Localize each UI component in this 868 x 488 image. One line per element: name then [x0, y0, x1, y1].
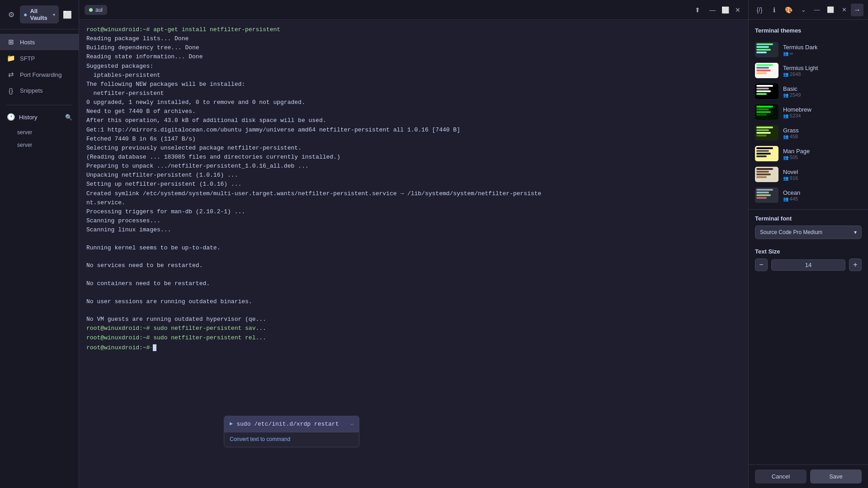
hosts-icon: ⊞: [6, 38, 15, 46]
themes-section: Terminal themes Termius Dark ∞: [749, 20, 868, 209]
preview-line: [756, 70, 771, 71]
autocomplete-popup: ▶ sudo /etc/init.d/xrdp restart ↵ Conver…: [224, 416, 359, 448]
terminal-line: Get:1 http://mirrors.digitalocean.com/ub…: [86, 126, 741, 135]
theme-preview: [755, 125, 778, 141]
sidebar-item-sftp[interactable]: 📁 SFTP: [0, 50, 79, 66]
palette-icon[interactable]: 🎨: [782, 4, 795, 16]
preview-line: [756, 46, 769, 48]
vault-selector[interactable]: ● All Vaults ▾: [20, 5, 59, 23]
theme-item-novel[interactable]: Novel 916: [755, 164, 862, 185]
theme-preview: [755, 104, 778, 120]
autocomplete-item[interactable]: ▶ sudo /etc/init.d/xrdp restart ↵: [224, 416, 359, 432]
terminal-line: Selecting previously unselected package …: [86, 144, 741, 153]
theme-preview-inner: [755, 167, 778, 182]
maximize-button[interactable]: ⬜: [720, 5, 730, 15]
terminal-line: 0 upgraded, 1 newly installed, 0 to remo…: [86, 98, 741, 107]
terminal-line: No containers need to be restarted.: [86, 279, 741, 288]
vault-name: All Vaults: [30, 8, 50, 21]
terminal-line: root@winuxdroid:~# sudo netfilter-persis…: [86, 333, 741, 343]
prompt-text: root@winuxdroid:~#: [86, 343, 150, 352]
history-item[interactable]: server: [0, 126, 79, 139]
terminal-line: Scanning linux images...: [86, 225, 741, 235]
chevron-down-icon[interactable]: ⌄: [798, 5, 808, 15]
terminal-line: Reading package lists... Done: [86, 34, 741, 43]
main-terminal-area: aul ⬆ — ⬜ ✕ root@winuxdroid:~# apt-get i…: [79, 0, 748, 488]
terminal-header: aul ⬆ — ⬜ ✕: [79, 0, 748, 20]
nav-section: ⊞ Hosts 📁 SFTP ⇄ Port Forwarding {} Snip…: [0, 29, 79, 103]
increment-size-button[interactable]: +: [849, 258, 862, 271]
theme-count: 445: [783, 196, 862, 202]
minimize-panel-button[interactable]: —: [812, 5, 822, 15]
theme-item-basic[interactable]: Basic 2549: [755, 81, 862, 102]
close-panel-button[interactable]: ✕: [839, 5, 849, 15]
preview-line: [756, 189, 773, 191]
close-button[interactable]: ✕: [733, 5, 743, 15]
search-icon[interactable]: 🔍: [65, 114, 72, 121]
gear-icon[interactable]: ⚙: [6, 9, 16, 19]
window-controls: — ⬜ ✕: [708, 5, 743, 15]
theme-name: Man Page: [783, 148, 862, 155]
terminal-line: No VM guests are running outdated hyperv…: [86, 315, 741, 324]
preview-line: [756, 197, 767, 199]
text-size-title: Text Size: [755, 248, 862, 255]
preview-line: [756, 147, 773, 149]
preview-line: [756, 67, 769, 69]
history-item[interactable]: server: [0, 139, 79, 151]
info-icon[interactable]: ℹ: [768, 4, 780, 16]
sidebar-item-snippets[interactable]: {} Snippets: [0, 83, 79, 99]
theme-item-termius-light[interactable]: Termius Light 2648: [755, 60, 862, 81]
theme-item-ocean[interactable]: Ocean 445: [755, 185, 862, 206]
cancel-button[interactable]: Cancel: [755, 469, 807, 483]
theme-info: Grass 458: [783, 127, 862, 139]
terminal-input[interactable]: [150, 347, 152, 348]
share-icon[interactable]: ⬆: [691, 4, 704, 16]
terminal-content[interactable]: root@winuxdroid:~# apt-get install netfi…: [79, 20, 748, 488]
sftp-icon: 📁: [6, 54, 15, 62]
terminal-tab[interactable]: aul: [85, 5, 107, 15]
preview-line: [756, 108, 769, 110]
theme-item-homebrew[interactable]: Homebrew 5234: [755, 102, 862, 122]
theme-preview: [755, 188, 778, 203]
history-label: History: [19, 114, 61, 121]
theme-name: Termius Dark: [783, 44, 862, 51]
theme-info: Termius Light 2648: [783, 65, 862, 77]
preview-line: [756, 150, 769, 152]
preview-line: [756, 85, 773, 87]
preview-line: [756, 194, 771, 196]
terminal-line: No services need to be restarted.: [86, 261, 741, 270]
theme-item-man-page[interactable]: Man Page 505: [755, 143, 862, 164]
minimize-button[interactable]: —: [708, 5, 717, 15]
theme-info: Termius Dark ∞: [783, 44, 862, 56]
sidebar-item-port-forwarding[interactable]: ⇄ Port Forwarding: [0, 66, 79, 83]
font-selector[interactable]: Source Code Pro Medium ▾: [755, 225, 862, 239]
save-button[interactable]: Save: [810, 469, 862, 483]
theme-item-grass[interactable]: Grass 458: [755, 122, 862, 143]
theme-preview-inner: [755, 84, 778, 99]
monitor-icon[interactable]: ⬜: [62, 9, 72, 19]
sidebar-item-hosts[interactable]: ⊞ Hosts: [0, 34, 79, 50]
history-section: 🕐 History 🔍 server server: [0, 107, 79, 154]
terminal-line: Running kernel seems to be up-to-date.: [86, 244, 741, 253]
theme-count: ∞: [783, 51, 862, 56]
preview-line: [756, 72, 767, 74]
right-panel-header: {/} ℹ 🎨 ⌄ — ⬜ ✕ →: [749, 0, 868, 20]
autocomplete-sub-action[interactable]: Convert text to command: [224, 432, 359, 447]
terminal-line: Setting up netfilter-persistent (1.0.16)…: [86, 180, 741, 189]
theme-preview-inner: [755, 104, 778, 120]
forward-icon[interactable]: →: [851, 4, 863, 16]
terminal-line: root@winuxdroid:~# sudo netfilter-persis…: [86, 324, 741, 333]
preview-line: [756, 52, 767, 53]
current-input-line[interactable]: root@winuxdroid:~#: [86, 343, 741, 352]
decrement-size-button[interactable]: −: [755, 258, 768, 271]
preview-line: [756, 155, 767, 157]
history-header[interactable]: 🕐 History 🔍: [0, 109, 79, 125]
theme-item-termius-dark[interactable]: Termius Dark ∞: [755, 39, 862, 60]
preview-line: [756, 135, 767, 136]
preview-line: [756, 93, 767, 95]
preview-line: [756, 43, 773, 45]
theme-preview: [755, 167, 778, 182]
restore-panel-button[interactable]: ⬜: [826, 5, 835, 15]
preview-line: [756, 174, 771, 175]
code-icon[interactable]: {/}: [753, 4, 766, 16]
theme-info: Homebrew 5234: [783, 106, 862, 118]
